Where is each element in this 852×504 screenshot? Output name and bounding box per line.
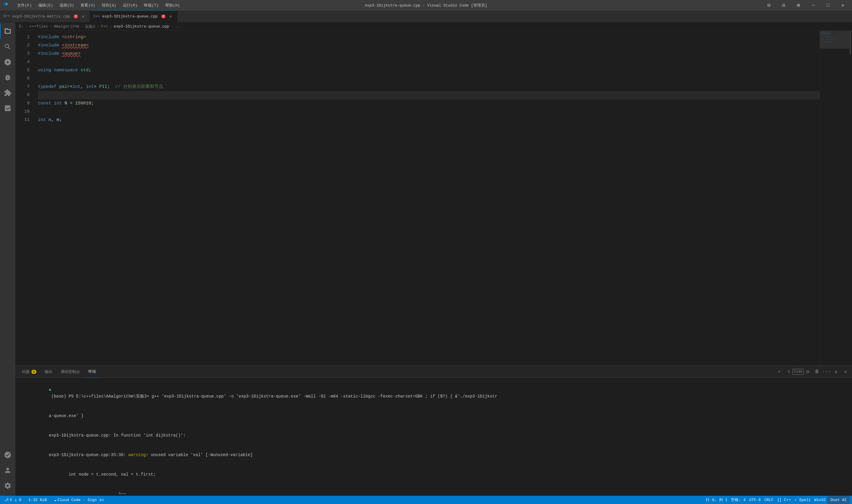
breadcrumb-cpp[interactable]: C++ (101, 24, 108, 29)
activity-extensions[interactable] (0, 85, 15, 101)
status-right: 行 8, 列 1 空格: 4 UTF-8 CRLF {} C++ ✓ Spell… (704, 496, 850, 504)
panel-tab-problems[interactable]: 问题 5 (18, 366, 40, 378)
activity-search[interactable] (0, 39, 15, 54)
kw-using: using (38, 66, 51, 74)
tab-close-matrix[interactable]: ✕ (80, 13, 86, 19)
status-cloud[interactable]: ☁ Cloud Code - Sign in (52, 496, 105, 504)
panel-tabs: 问题 5 输出 调试控制台 终端 ＋ ⌥ (15, 366, 852, 378)
git-branch-icon: ⎇ (4, 498, 8, 502)
var-m: m (56, 116, 59, 124)
term-warning-rest: : unused variable 'val' [-Wunused-variab… (146, 452, 253, 457)
breadcrumb-ellipsis[interactable]: ... (175, 24, 182, 29)
tab-badge-matrix: 2 (74, 15, 78, 18)
terminal-content[interactable]: ● (base) PS E:\c++files\AAalgorithm\实验3>… (15, 378, 852, 496)
menu-terminal[interactable]: 终端(T) (141, 1, 161, 9)
layout-button-2[interactable]: ⊡ (777, 0, 790, 11)
line-num-1: 1 (15, 33, 30, 41)
panel-tab-debug[interactable]: 调试控制台 (56, 366, 84, 378)
status-encoding[interactable]: UTF-8 (748, 496, 763, 504)
status-eol[interactable]: CRLF (763, 496, 775, 504)
panel-close[interactable]: ✕ (841, 368, 850, 376)
tab-close-queue[interactable]: ✕ (168, 14, 174, 19)
status-filesize-label: 1.32 KiB (29, 498, 47, 502)
activity-account[interactable] (0, 463, 15, 478)
op-semi-9: ; (91, 100, 94, 108)
maximize-button[interactable]: □ (821, 0, 835, 11)
layout-button-3[interactable]: ⊞ (792, 0, 805, 11)
close-button[interactable]: ✕ (836, 0, 850, 11)
panel-split-btn[interactable]: ⊟ (803, 368, 812, 376)
tab-matrix[interactable]: C++ exp3-1Dijkstra-matrix.cpp 2 ✕ (0, 10, 90, 22)
breadcrumb-drive[interactable]: E: (19, 24, 24, 29)
account-icon (4, 466, 12, 474)
breadcrumb-exp3[interactable]: 实验3 (85, 24, 95, 29)
menu-select[interactable]: 选择(S) (56, 1, 77, 9)
activity-git[interactable] (0, 54, 15, 70)
sp-8 (62, 100, 65, 108)
panel-split[interactable]: ⌥ (784, 368, 793, 376)
minimize-button[interactable]: ─ (806, 0, 820, 11)
tab-queue[interactable]: C++ exp3-1Dijkstra-queue.cpp 3 ✕ (90, 10, 178, 22)
menu-edit[interactable]: 编辑(E) (35, 1, 56, 9)
extensions-icon (4, 89, 12, 97)
activity-debug[interactable] (0, 70, 15, 85)
status-indent[interactable]: 空格: 4 (729, 496, 747, 504)
status-duet-label: Duet AI (830, 498, 847, 502)
breadcrumb-cppfiles[interactable]: c++files (29, 24, 48, 29)
debug-icon (4, 74, 12, 81)
menu-file[interactable]: 文件(F) (14, 1, 35, 9)
status-platform[interactable]: Win32 (812, 496, 828, 504)
panel-area: 问题 5 输出 调试控制台 终端 ＋ ⌥ (15, 365, 852, 496)
breadcrumb-sep-1: › (25, 24, 28, 29)
search-icon (4, 43, 12, 51)
breadcrumb-aalgorithm[interactable]: AAalgorithm (54, 24, 79, 29)
status-line-col[interactable]: 行 8, 列 1 (704, 496, 729, 504)
panel-chevron-up[interactable]: ∧ (832, 368, 840, 376)
code-editor: 1 2 3 4 5 6 7 8 9 10 11 #include <cstrin… (15, 31, 852, 365)
include-str-1: <cstring> (62, 33, 86, 41)
tab-label-queue: exp3-1Dijkstra-queue.cpp (102, 14, 157, 19)
sp-4 (51, 66, 54, 74)
explorer-icon (4, 28, 12, 35)
layout-button[interactable]: ⊟ (762, 0, 776, 11)
term-prompt-icon: ● (49, 388, 51, 392)
term-warning-label: warning (128, 452, 146, 457)
title-bar-left: 文件(F) 编辑(E) 选择(S) 查看(V) 转到(G) 运行(R) 终端(T… (2, 1, 182, 9)
code-content[interactable]: #include <cstring> #include <iostream> #… (33, 31, 819, 365)
panel-code[interactable]: Code (794, 368, 802, 376)
breadcrumb-sep-2: › (50, 24, 52, 29)
menu-goto[interactable]: 转到(G) (99, 1, 119, 9)
tab-icon-queue: C++ (93, 15, 100, 19)
term-code-line: int node = t.second, val = t.first; (49, 472, 156, 477)
activity-remote[interactable] (0, 447, 15, 463)
title-bar-title: exp3-1Dijkstra-queue.cpp - Visual Studio… (365, 3, 487, 8)
status-language[interactable]: {} C++ (775, 496, 793, 504)
editor-scrollbar[interactable] (849, 31, 852, 365)
menu-run[interactable]: 运行(R) (120, 1, 140, 9)
menu-help[interactable]: 帮助(H) (162, 1, 182, 9)
activity-testing[interactable] (0, 101, 15, 116)
tab-icon-matrix: C++ (3, 14, 10, 18)
panel-add-terminal[interactable]: ＋ (775, 368, 783, 376)
title-bar: 文件(F) 编辑(E) 选择(S) 查看(V) 转到(G) 运行(R) 终端(T… (0, 0, 852, 11)
status-git-branch[interactable]: ⎇ 5 △ 0 (2, 496, 23, 504)
status-filesize[interactable]: 1.32 KiB (27, 496, 49, 504)
line-num-11: 11 (15, 116, 30, 124)
status-spell[interactable]: ✓ Spell (793, 496, 813, 504)
breadcrumb-file[interactable]: exp3-1Dijkstra-queue.cpp (114, 24, 169, 29)
panel-tab-output[interactable]: 输出 (40, 366, 56, 378)
status-language-label: {} C++ (777, 498, 791, 502)
tab-label-matrix: exp3-1Dijkstra-matrix.cpp (13, 14, 70, 19)
kw-int-2: int (86, 83, 94, 91)
activity-settings[interactable] (0, 478, 15, 493)
line-num-7: 7 (15, 83, 30, 91)
panel-tab-terminal[interactable]: 终端 (84, 366, 100, 378)
menu-view[interactable]: 查看(V) (77, 1, 98, 9)
panel-trash[interactable]: 🗑 (813, 368, 821, 376)
panel-more[interactable]: ··· (822, 368, 831, 376)
status-eol-label: CRLF (764, 498, 773, 502)
include-str-2: <iostream> (62, 41, 88, 50)
status-duet[interactable]: Duet AI (828, 496, 850, 504)
activity-explorer[interactable] (0, 24, 15, 39)
status-cloud-label: Cloud Code - Sign in (57, 498, 104, 502)
